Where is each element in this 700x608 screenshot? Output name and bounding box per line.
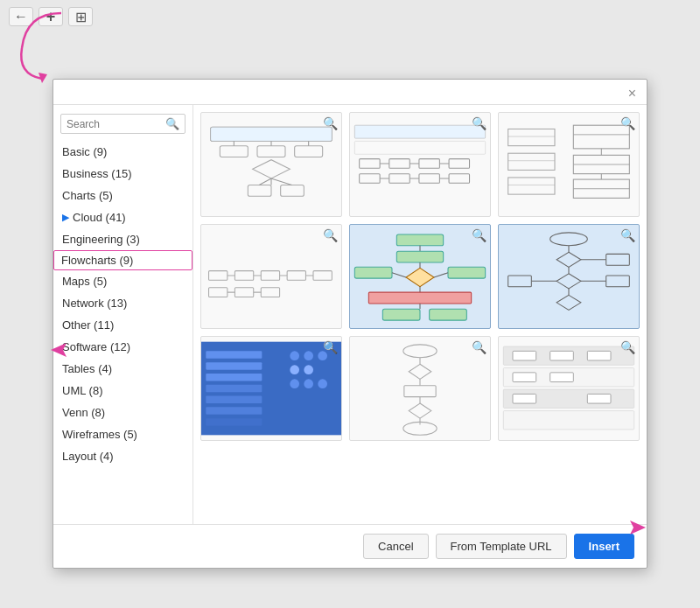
svg-rect-16: [354, 141, 485, 154]
svg-marker-63: [406, 268, 434, 286]
svg-rect-89: [206, 362, 262, 370]
svg-point-95: [290, 351, 299, 360]
sidebar-item-engineering[interactable]: Engineering (3): [53, 228, 192, 250]
cancel-button[interactable]: Cancel: [363, 534, 428, 559]
sidebar-item-uml[interactable]: UML (8): [53, 380, 192, 402]
svg-rect-122: [587, 394, 611, 403]
search-box[interactable]: 🔍: [60, 114, 186, 134]
svg-marker-0: [38, 73, 47, 83]
svg-rect-5: [295, 146, 323, 157]
template-card-3[interactable]: 🔍: [498, 112, 640, 217]
svg-rect-118: [587, 351, 611, 360]
sidebar-item-tables[interactable]: Tables (4): [53, 358, 192, 380]
grid-button[interactable]: ⊞: [68, 7, 93, 26]
svg-rect-116: [513, 351, 536, 360]
dialog-header: ×: [53, 80, 647, 105]
svg-marker-105: [409, 364, 431, 379]
svg-rect-43: [508, 178, 555, 194]
svg-rect-73: [499, 230, 639, 324]
close-button[interactable]: ×: [625, 85, 640, 102]
sidebar-item-label: Tables (4): [62, 362, 112, 375]
svg-rect-88: [206, 351, 262, 359]
svg-rect-93: [206, 407, 262, 415]
template-card-8[interactable]: 🔍: [349, 336, 491, 441]
template-card-2[interactable]: 🔍: [349, 112, 491, 217]
sidebar-item-label: Network (13): [62, 297, 127, 310]
sidebar-item-flowcharts[interactable]: Flowcharts (9): [53, 250, 192, 270]
template-url-button[interactable]: From Template URL: [436, 534, 567, 559]
zoom-icon-3: 🔍: [620, 116, 635, 130]
svg-point-100: [290, 379, 299, 388]
svg-rect-90: [206, 374, 262, 381]
diagram-1: [201, 113, 341, 216]
zoom-icon-4: 🔍: [323, 228, 338, 242]
svg-rect-91: [206, 385, 262, 393]
search-icon: 🔍: [165, 117, 179, 130]
sidebar-item-label: Basic (9): [62, 145, 107, 158]
svg-line-14: [271, 178, 291, 185]
svg-rect-92: [206, 396, 262, 404]
template-card-5[interactable]: 🔍: [349, 224, 491, 329]
svg-rect-47: [234, 271, 253, 281]
sidebar-item-label: UML (8): [62, 384, 102, 397]
toolbar: ← + ⊞: [9, 7, 93, 26]
zoom-icon-9: 🔍: [620, 340, 635, 354]
svg-rect-61: [396, 251, 443, 262]
sidebar-item-charts[interactable]: Charts (5): [53, 185, 192, 206]
sidebar: 🔍 Basic (9) Business (15) Charts (5) ▶ C…: [53, 105, 193, 524]
svg-rect-117: [550, 351, 574, 360]
sidebar-item-label: Engineering (3): [62, 233, 140, 246]
template-card-1[interactable]: 🔍: [200, 112, 342, 217]
svg-point-99: [304, 365, 313, 374]
sidebar-item-label: Venn (8): [62, 406, 105, 419]
svg-rect-17: [360, 159, 380, 169]
svg-rect-24: [360, 174, 380, 184]
diagram-9: [499, 337, 639, 440]
template-card-7[interactable]: 🔍: [200, 336, 342, 441]
dialog-body: 🔍 Basic (9) Business (15) Charts (5) ▶ C…: [53, 105, 647, 524]
template-dialog: × 🔍 Basic (9) Business (15) Charts (5) ▶…: [52, 79, 648, 569]
template-card-6[interactable]: 🔍: [498, 224, 640, 329]
svg-rect-39: [508, 129, 555, 145]
svg-line-13: [259, 178, 271, 185]
svg-rect-120: [550, 373, 574, 382]
sidebar-item-label: Software (12): [62, 340, 130, 353]
svg-marker-9: [253, 160, 290, 178]
svg-marker-109: [409, 403, 431, 418]
svg-rect-94: [206, 418, 262, 426]
sidebar-item-maps[interactable]: Maps (5): [53, 270, 192, 292]
svg-rect-69: [354, 267, 392, 278]
svg-point-101: [304, 379, 313, 388]
sidebar-item-basic[interactable]: Basic (9): [53, 141, 192, 163]
sidebar-item-venn[interactable]: Venn (8): [53, 402, 192, 423]
svg-rect-58: [261, 288, 279, 297]
template-grid: 🔍: [193, 105, 647, 524]
svg-point-98: [290, 365, 299, 374]
add-button[interactable]: +: [38, 7, 63, 26]
sidebar-item-other[interactable]: Other (11): [53, 314, 192, 336]
back-button[interactable]: ←: [9, 7, 33, 26]
sidebar-item-network[interactable]: Network (13): [53, 292, 192, 314]
svg-rect-68: [430, 309, 467, 320]
template-card-4[interactable]: 🔍: [200, 224, 342, 329]
svg-line-71: [392, 273, 406, 277]
sidebar-item-label: Wireframes (5): [62, 428, 137, 441]
svg-rect-56: [234, 288, 253, 297]
sidebar-item-business[interactable]: Business (15): [53, 163, 192, 185]
insert-button[interactable]: Insert: [574, 534, 634, 559]
diagram-5: [350, 225, 490, 328]
svg-rect-54: [209, 288, 228, 297]
svg-rect-30: [449, 174, 469, 184]
svg-line-72: [434, 273, 448, 277]
svg-rect-19: [389, 159, 410, 169]
sidebar-item-wireframes[interactable]: Wireframes (5): [53, 423, 192, 445]
cloud-icon: ▶: [62, 212, 69, 223]
svg-rect-119: [513, 373, 536, 382]
sidebar-item-cloud[interactable]: ▶ Cloud (41): [53, 206, 192, 228]
sidebar-item-layout[interactable]: Layout (4): [53, 445, 192, 467]
search-input[interactable]: [66, 118, 164, 130]
svg-point-103: [403, 345, 437, 358]
template-card-9[interactable]: 🔍: [498, 336, 640, 441]
svg-rect-21: [419, 159, 439, 169]
sidebar-item-software[interactable]: Software (12): [53, 336, 192, 358]
